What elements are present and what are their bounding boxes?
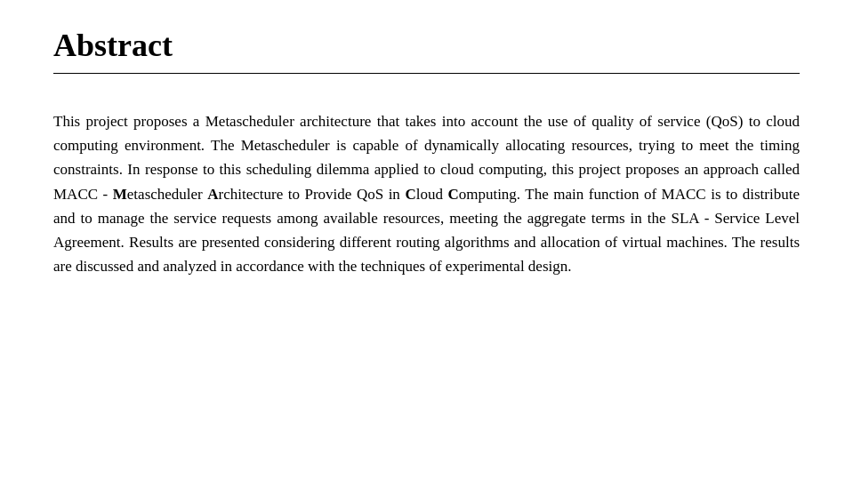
- bold-c2: C: [447, 186, 458, 203]
- abstract-paragraph-1: This project proposes a Metascheduler ar…: [53, 109, 800, 278]
- bold-a: A: [207, 186, 218, 203]
- bold-c1: C: [405, 186, 415, 203]
- title-divider: [53, 73, 800, 74]
- bold-m: M: [113, 186, 127, 203]
- abstract-title: Abstract: [53, 27, 800, 64]
- abstract-body: This project proposes a Metascheduler ar…: [53, 109, 800, 278]
